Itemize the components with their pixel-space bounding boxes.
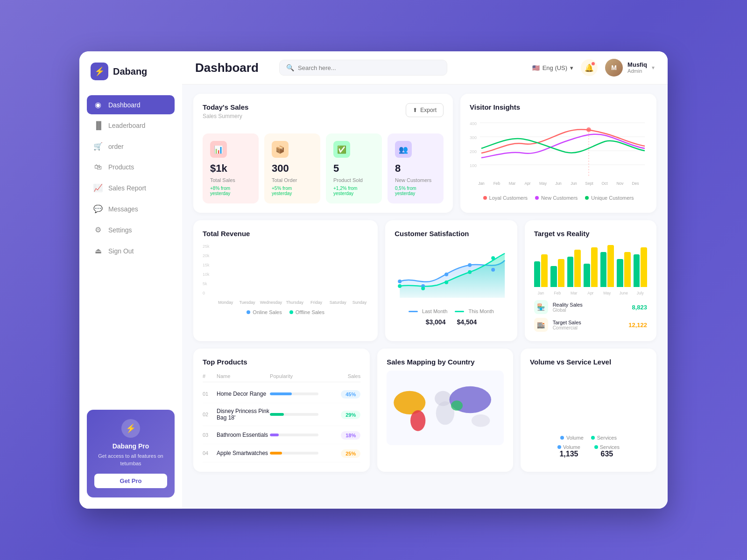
tvr-july — [634, 247, 647, 287]
reality-label: Reality Sales — [553, 302, 627, 308]
tvr-stats: 🏪 Reality Sales Global 8,823 🏬 Target Sa… — [534, 300, 647, 332]
offline-dot — [289, 310, 293, 314]
reality-stat: 🏪 Reality Sales Global 8,823 — [534, 300, 647, 314]
search-icon: 🔍 — [286, 64, 294, 71]
sidebar-item-messages[interactable]: 💬 Messages — [87, 199, 175, 218]
svg-point-21 — [398, 280, 402, 283]
svg-point-36 — [472, 414, 490, 427]
export-button[interactable]: ⬆ Export — [406, 103, 444, 117]
svg-point-28 — [444, 280, 448, 284]
tvr-jan — [534, 254, 548, 287]
bar-chart: Monday Tuesday Wednesday Thursday Friday… — [217, 244, 368, 305]
svg-point-24 — [468, 263, 472, 267]
visitor-title: Visitor Insights — [470, 103, 647, 111]
target-value: 12,122 — [628, 322, 647, 329]
vsl-stats: Volume 1,135 Services 635 — [530, 444, 647, 458]
svg-text:100: 100 — [470, 163, 477, 168]
progress-bar — [270, 392, 318, 395]
tvr-labels: Jan Feb Mar Apr May June July — [534, 291, 647, 295]
stat-new-customers: 👥 8 New Customers 0,5% from yesterday — [388, 133, 444, 203]
svg-point-26 — [398, 284, 402, 288]
product-icon: ✅ — [333, 141, 350, 158]
svg-text:Feb: Feb — [493, 181, 500, 186]
last-month-value: $3,004 — [426, 318, 446, 326]
sales-badge: 18% — [341, 431, 360, 440]
last-month-value-area: $3,004 — [426, 318, 446, 326]
sales-badge: 29% — [341, 411, 360, 419]
target-icon: 🏬 — [534, 318, 548, 332]
chevron-down-icon: ▾ — [570, 64, 573, 71]
sidebar-item-label: Messages — [108, 205, 138, 213]
volume-legend: Volume — [560, 435, 584, 441]
export-label: Export — [420, 107, 437, 113]
tvr-apr — [584, 247, 597, 287]
user-profile[interactable]: M Musfiq Admin ▾ — [605, 59, 655, 77]
product-value: 5 — [333, 162, 374, 175]
customers-label: New Customers — [395, 177, 436, 183]
sidebar-item-dashboard[interactable]: ◉ Dashboard — [87, 95, 175, 114]
app-container: ⚡ Dabang ◉ Dashboard ▐▌ Leaderboard 🛒 or… — [79, 51, 668, 509]
sales-header: Today's Sales Sales Summery ⬆ Export — [203, 103, 444, 127]
vsl-legend: Volume Services — [530, 435, 647, 441]
customer-satisfaction-card: Customer Satisfaction — [385, 220, 517, 341]
svg-point-29 — [468, 270, 472, 274]
online-legend: Online Sales — [247, 309, 282, 315]
svg-point-32 — [410, 410, 425, 431]
get-pro-button[interactable]: Get Pro — [94, 474, 167, 488]
progress-bar — [270, 434, 318, 436]
unique-dot — [585, 196, 589, 200]
leaderboard-icon: ▐▌ — [93, 121, 103, 130]
tvr-feb — [550, 259, 564, 287]
messages-icon: 💬 — [93, 204, 103, 213]
sales-badge: 45% — [341, 390, 360, 399]
sales-badge: 25% — [341, 449, 360, 458]
svg-text:Oct: Oct — [601, 181, 608, 186]
revenue-title: Total Revenue — [203, 230, 368, 238]
product-change: +1,2% from yesterday — [333, 186, 374, 196]
search-input[interactable] — [298, 64, 440, 71]
customers-change: 0,5% from yesterday — [395, 186, 436, 196]
notification-dot — [592, 62, 595, 65]
logo-icon: ⚡ — [91, 63, 108, 80]
legend-new: New Customers — [535, 195, 578, 201]
sidebar-item-settings[interactable]: ⚙ Settings — [87, 220, 175, 239]
sales-value: $1k — [210, 162, 251, 175]
dashboard-icon: ◉ — [93, 100, 103, 109]
reality-info: Reality Sales Global — [553, 302, 627, 313]
svg-text:Apr: Apr — [524, 181, 530, 186]
svg-text:300: 300 — [470, 135, 477, 140]
order-icon: 📦 — [272, 141, 289, 158]
pro-desc: Get access to all features on tetumbas — [94, 453, 167, 467]
stat-total-order: 📦 300 Total Order +5% from yesterday — [264, 133, 320, 203]
products-icon: 🛍 — [93, 163, 103, 171]
sales-subtitle: Sales Summery — [203, 113, 248, 119]
svg-point-31 — [394, 391, 425, 414]
header: Dashboard 🔍 🇺🇸 Eng (US) ▾ 🔔 M — [182, 51, 668, 84]
satisfaction-title: Customer Satisfaction — [395, 230, 507, 238]
satisfaction-values: $3,004 $4,504 — [395, 318, 507, 326]
sidebar: ⚡ Dabang ◉ Dashboard ▐▌ Leaderboard 🛒 or… — [79, 51, 182, 509]
sidebar-item-leaderboard[interactable]: ▐▌ Leaderboard — [87, 116, 175, 135]
order-label: Total Order — [272, 177, 313, 183]
volume-stat: Volume 1,135 — [557, 444, 580, 458]
svg-text:Mar: Mar — [509, 181, 516, 186]
revenue-legend: Online Sales Offline Sales — [203, 309, 368, 315]
services-stat: Services 635 — [594, 444, 620, 458]
sidebar-item-order[interactable]: 🛒 order — [87, 137, 175, 156]
svg-point-27 — [421, 287, 425, 290]
y-labels: 25k 20k 15k 10k 5k 0 — [203, 244, 210, 295]
sidebar-item-label: Sign Out — [108, 247, 134, 255]
vsl-chart — [530, 371, 647, 431]
language-selector[interactable]: 🇺🇸 Eng (US) ▾ — [532, 64, 573, 71]
user-name: Musfiq — [627, 61, 647, 69]
sidebar-item-products[interactable]: 🛍 Products — [87, 158, 175, 176]
sidebar-item-label: Leaderboard — [108, 122, 145, 129]
table-header: # Name Popularity Sales — [203, 371, 360, 382]
notification-button[interactable]: 🔔 — [581, 59, 598, 76]
search-bar[interactable]: 🔍 — [279, 60, 447, 76]
sidebar-item-signout[interactable]: ⏏ Sign Out — [87, 241, 175, 260]
satisfaction-chart — [395, 244, 507, 305]
table-row: 03 Bathroom Essentials 18% — [203, 426, 360, 444]
sidebar-item-sales-report[interactable]: 📈 Sales Report — [87, 178, 175, 197]
visitor-chart: 400 300 200 100 — [470, 116, 647, 190]
